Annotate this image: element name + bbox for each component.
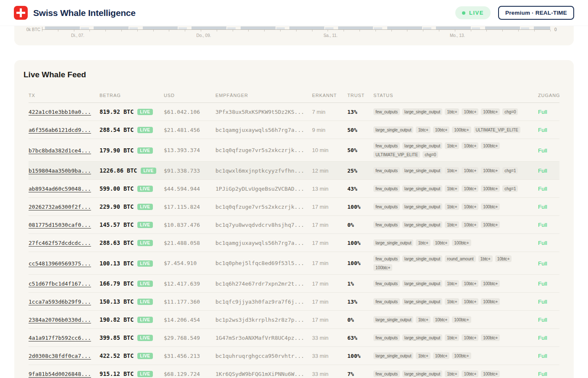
status-tag: chg=0 (502, 108, 518, 115)
access-link[interactable]: Full (538, 299, 547, 305)
status-tag: 100btc+ (481, 280, 500, 287)
status-tag: few_outputs (373, 280, 400, 287)
live-badge: LIVE (137, 109, 152, 115)
detected-time: 33 min (312, 335, 347, 341)
access-link[interactable]: Full (538, 281, 547, 287)
chart-x-tick-label: Sa., 11. (314, 33, 347, 38)
status-tag: large_single_output (402, 370, 442, 377)
tx-link[interactable]: b7bc8bda382d1ce4... (29, 147, 91, 154)
recipient-address: bc1q0qfzuge7vr5s2xkczrjk... (215, 204, 312, 210)
volume-bar (534, 26, 550, 29)
live-badge: LIVE (137, 260, 152, 267)
table-row: 20262732a6300f2f... 229.90 BTCLIVE $17.1… (29, 198, 559, 216)
volume-bar (227, 27, 236, 29)
tx-link[interactable]: 20262732a6300f2f... (29, 204, 91, 210)
recipient-address: bc1q0phej5lfqc8ed69f53l5... (215, 260, 312, 266)
amount-value: 179.90 BTC (100, 147, 134, 154)
brand: Swiss Whale Intelligence (14, 6, 136, 20)
volume-bar (192, 26, 226, 29)
tx-link[interactable]: b159804aa350b9ba... (29, 168, 91, 174)
tx-link[interactable]: 2384a20706b0330d... (29, 317, 91, 323)
axis-minor-tick (328, 30, 328, 32)
tx-link[interactable]: 27fc462f57dcdcdc... (29, 240, 91, 246)
access-link[interactable]: Full (538, 335, 547, 341)
trust-percent: 100% (347, 260, 373, 266)
access-link[interactable]: Full (538, 371, 547, 377)
axis-minor-tick (248, 30, 249, 32)
status-tag: 1btc+ (445, 108, 459, 115)
access-link[interactable]: Full (538, 168, 547, 174)
tx-link[interactable]: 9fa81b54d0026848... (29, 371, 91, 377)
tx-link[interactable]: 422a1c01e3bb10a0... (29, 109, 91, 115)
access-link[interactable]: Full (538, 204, 547, 210)
status-tag: 100btc+ (481, 108, 500, 115)
access-link[interactable]: Full (538, 240, 547, 246)
volume-bar (45, 26, 80, 29)
volume-bar (81, 27, 89, 29)
live-status-label: LIVE (469, 10, 484, 16)
status-tag: large_single_output (373, 316, 413, 323)
volume-bar (276, 27, 285, 29)
access-link[interactable]: Full (538, 222, 547, 228)
table-row: 081775d15030caf0... 145.57 BTCLIVE $10.8… (29, 216, 559, 234)
table-row: a6f356ab6121dcd9... 288.54 BTCLIVE $21.4… (29, 121, 559, 139)
axis-minor-tick (312, 30, 312, 32)
status-tag: 1btc+ (445, 167, 459, 174)
table-row: 4a1a917f7b592cc6... 399.85 BTCLIVE $29.7… (29, 329, 559, 347)
access-link[interactable]: Full (538, 260, 547, 267)
access-link[interactable]: Full (538, 186, 547, 192)
status-tag: 10btc+ (462, 221, 478, 228)
trust-percent: 25% (347, 168, 373, 174)
access-link[interactable]: Full (538, 353, 547, 359)
tx-link[interactable]: 1cca7a593d6b29f9... (29, 299, 91, 305)
volume-bar (374, 27, 382, 29)
trust-percent: 0% (347, 222, 373, 228)
swiss-flag-icon (14, 6, 28, 20)
status-tag: 100btc+ (481, 167, 500, 174)
usd-value: $21.481.456 (164, 127, 215, 133)
recipient-address: bc1qwxl6mxjnptkcyyzfvfhn... (215, 168, 312, 174)
tx-link[interactable]: 081775d15030caf0... (29, 222, 91, 228)
axis-minor-tick (217, 30, 217, 32)
access-link[interactable]: Full (538, 317, 547, 323)
premium-realtime-button[interactable]: Premium · REAL-TIME (498, 6, 574, 20)
tx-link[interactable]: cc54813960569375... (29, 260, 91, 267)
table-row: 2384a20706b0330d... 190.82 BTCLIVE $14.2… (29, 311, 559, 329)
detected-time: 12 min (312, 168, 347, 174)
access-link[interactable]: Full (538, 109, 547, 115)
access-link[interactable]: Full (538, 147, 547, 154)
status-tag: 1btc+ (445, 221, 459, 228)
status-tag: 100btc+ (481, 185, 500, 192)
axis-minor-tick (344, 30, 344, 32)
tx-link[interactable]: c51d67fbc1d4f167... (29, 281, 91, 287)
status-tag: 1btc+ (445, 298, 459, 305)
status-tag: large_single_output (402, 334, 442, 341)
table-row: cc54813960569375... 100.13 BTCLIVE $7.45… (29, 252, 559, 275)
status-tag: large_single_output (373, 126, 413, 133)
status-tag: 10btc+ (495, 255, 512, 262)
tx-link[interactable]: 2d0308c38fdf0ca7... (29, 353, 91, 359)
axis-minor-tick (471, 30, 471, 32)
tx-link[interactable]: 4a1a917f7b592cc6... (29, 335, 91, 341)
trust-percent: 13% (347, 109, 373, 115)
amount-value: 150.13 BTC (100, 298, 134, 305)
status-tag: 1btc+ (416, 239, 430, 246)
amount-value: 1226.86 BTC (100, 167, 137, 174)
tx-link[interactable]: ab8934ad60c59048... (29, 186, 91, 192)
status-tags: few_outputslarge_single_output1btc+10btc… (373, 277, 538, 290)
axis-minor-tick (391, 30, 392, 32)
detected-time: 17 min (312, 260, 347, 266)
axis-minor-tick (185, 30, 185, 32)
column-header-usd: USD (164, 93, 215, 98)
recipient-address: bc1p2ws3jd3krrplhs2r8z7p... (215, 317, 312, 323)
recipient-address: bc1q6h274e67rdr7xpn2mr2t... (215, 281, 312, 287)
live-badge: LIVE (137, 335, 152, 341)
volume-bar (436, 26, 471, 29)
table-row: b159804aa350b9ba... 1226.86 BTCLIVE $91.… (29, 162, 559, 180)
volume-bar (94, 26, 129, 29)
detected-time: 17 min (312, 240, 347, 246)
access-link[interactable]: Full (538, 127, 547, 133)
column-header-empfaenger: EMPFÄNGER (215, 93, 312, 98)
amount-value: 190.82 BTC (100, 316, 134, 323)
tx-link[interactable]: a6f356ab6121dcd9... (29, 127, 91, 133)
